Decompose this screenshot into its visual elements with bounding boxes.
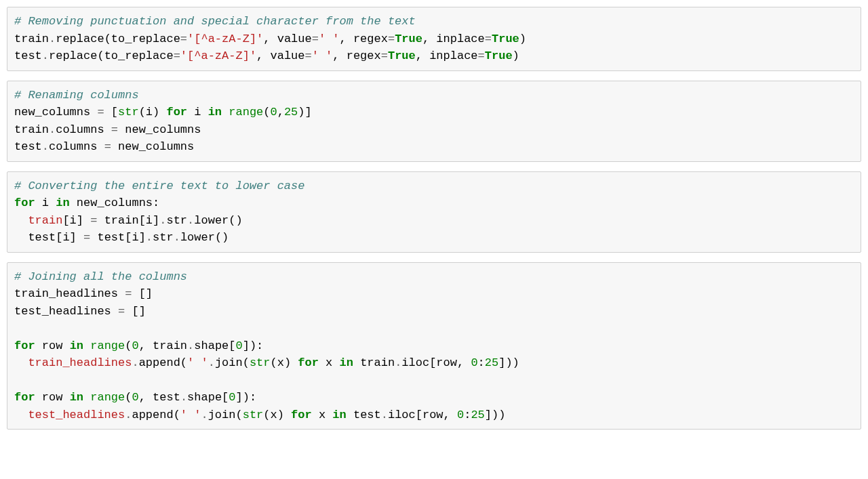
code-token: . xyxy=(187,214,194,227)
code-token: : xyxy=(478,356,485,369)
code-token: ) xyxy=(519,33,526,45)
code-token: in xyxy=(70,339,83,352)
code-token: = xyxy=(381,49,388,62)
code-token: str xyxy=(153,231,174,244)
code-token: test_headlines xyxy=(14,305,118,318)
code-token: append( xyxy=(132,409,180,421)
code-token: = xyxy=(118,305,125,318)
code-token: ' ' xyxy=(180,409,201,421)
code-cell[interactable]: # Joining all the columns train_headline… xyxy=(7,262,861,430)
code-token: for xyxy=(14,339,35,352)
code-token: new_columns: xyxy=(70,196,160,209)
code-token: . xyxy=(125,409,132,421)
code-token: True xyxy=(492,33,519,45)
code-token: = xyxy=(180,33,187,45)
code-token: join( xyxy=(215,356,250,369)
code-cell[interactable]: # Renaming columns new_columns = [str(i)… xyxy=(7,81,861,162)
code-token: True xyxy=(485,49,513,62)
code-token: train xyxy=(14,123,49,136)
code-token: in xyxy=(332,409,346,421)
code-token: ' ' xyxy=(312,49,333,62)
code-token: )] xyxy=(298,106,311,119)
code-token: columns xyxy=(49,140,104,153)
code-token: row xyxy=(35,391,70,404)
code-token: ( xyxy=(125,391,132,404)
code-token: x xyxy=(312,409,333,421)
code-token: . xyxy=(180,391,187,404)
code-cell[interactable]: # Converting the entire text to lower ca… xyxy=(7,171,861,253)
code-token: 0 xyxy=(236,339,243,352)
code-token: '[^a-zA-Z]' xyxy=(180,49,256,62)
code-token: new_columns xyxy=(111,140,194,153)
code-token: . xyxy=(49,33,56,45)
code-token: = xyxy=(388,33,395,45)
code-token: test[i] xyxy=(14,231,83,244)
code-token xyxy=(222,106,229,119)
code-token: range xyxy=(229,106,263,119)
code-token: 0 xyxy=(229,391,235,404)
code-token: = xyxy=(485,33,492,45)
code-token: x xyxy=(319,356,340,369)
code-comment: # Converting the entire text to lower ca… xyxy=(14,180,304,192)
code-token: shape[ xyxy=(187,391,229,404)
code-token: = xyxy=(104,140,111,153)
code-token xyxy=(14,214,28,227)
code-token: . xyxy=(174,231,180,244)
code-token: append( xyxy=(139,356,187,369)
code-token: (i) xyxy=(139,106,167,119)
code-token: 25 xyxy=(284,106,298,119)
code-token: '[^a-zA-Z]' xyxy=(187,33,263,45)
code-token: = xyxy=(90,214,97,227)
code-token: . xyxy=(49,123,56,136)
code-token: ' ' xyxy=(319,33,340,45)
code-token: train_headlines xyxy=(28,356,132,369)
code-token: ( xyxy=(263,106,270,119)
code-token: columns xyxy=(56,123,111,136)
code-token: train[i] xyxy=(97,214,159,227)
code-token: new_columns xyxy=(118,123,201,136)
code-token: in xyxy=(70,391,83,404)
code-token: = xyxy=(174,49,180,62)
code-token: train xyxy=(14,33,49,45)
code-token: str xyxy=(243,409,264,421)
code-token: = xyxy=(312,33,319,45)
code-token: . xyxy=(146,231,153,244)
code-token: lower() xyxy=(180,231,229,244)
code-token: test[i] xyxy=(90,231,146,244)
code-token: 0 xyxy=(132,391,138,404)
code-token: for xyxy=(166,106,187,119)
code-token: train xyxy=(28,214,62,227)
code-token: iloc[row, xyxy=(388,409,457,421)
code-cell[interactable]: # Removing punctuation and special chara… xyxy=(7,7,861,71)
code-token: , value xyxy=(256,49,304,62)
code-token: = xyxy=(125,287,132,300)
code-token: = xyxy=(97,106,104,119)
code-token: = xyxy=(305,49,312,62)
code-token: . xyxy=(208,356,215,369)
code-token: ) xyxy=(513,49,519,62)
code-token: . xyxy=(42,140,49,153)
code-token: replace(to_replace xyxy=(49,49,174,62)
code-token: , regex xyxy=(340,33,388,45)
code-token: range xyxy=(90,391,125,404)
code-token: = xyxy=(83,231,90,244)
code-token: (x) xyxy=(263,409,291,421)
code-token: i xyxy=(35,196,56,209)
code-token: i xyxy=(187,106,208,119)
code-token: for xyxy=(14,196,35,209)
code-token: train xyxy=(353,356,395,369)
code-comment: # Renaming columns xyxy=(14,89,139,102)
code-token xyxy=(83,391,90,404)
code-token: [] xyxy=(132,287,153,300)
code-token: ]): xyxy=(236,391,257,404)
code-token: (x) xyxy=(271,356,298,369)
code-token: : xyxy=(464,409,471,421)
code-token: , inplace xyxy=(422,33,485,45)
code-token: str xyxy=(118,106,139,119)
code-token: test xyxy=(14,140,42,153)
code-token: ])) xyxy=(498,356,519,369)
code-comment: # Removing punctuation and special chara… xyxy=(14,15,416,28)
code-token: for xyxy=(291,409,312,421)
code-token: True xyxy=(388,49,416,62)
code-token: . xyxy=(201,409,208,421)
